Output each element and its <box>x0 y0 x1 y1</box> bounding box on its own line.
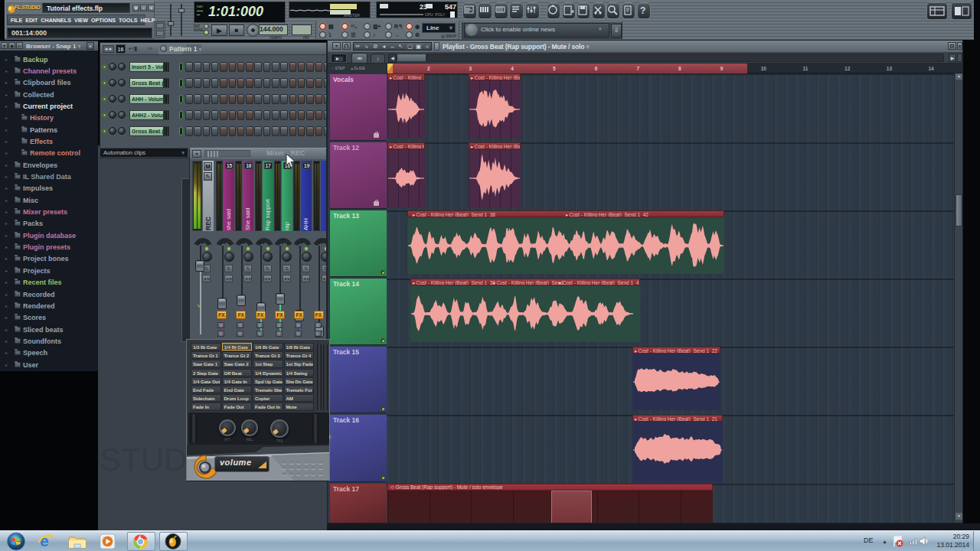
svg-text:547: 547 <box>445 3 456 11</box>
svg-text:MASTER: MASTER <box>344 13 360 18</box>
svg-text:▸◂: ▸◂ <box>199 240 204 245</box>
svg-text:▸◂: ▸◂ <box>221 240 226 245</box>
svg-text:▸◂: ▸◂ <box>318 240 323 245</box>
svg-text:▸◂: ▸◂ <box>240 240 245 245</box>
svg-text:▸◂: ▸◂ <box>299 240 303 245</box>
svg-text:▸◂: ▸◂ <box>279 240 284 245</box>
svg-text:▸◂: ▸◂ <box>260 240 265 245</box>
svg-text:CPU POLY: CPU POLY <box>425 12 446 17</box>
svg-text:?: ? <box>640 5 645 16</box>
